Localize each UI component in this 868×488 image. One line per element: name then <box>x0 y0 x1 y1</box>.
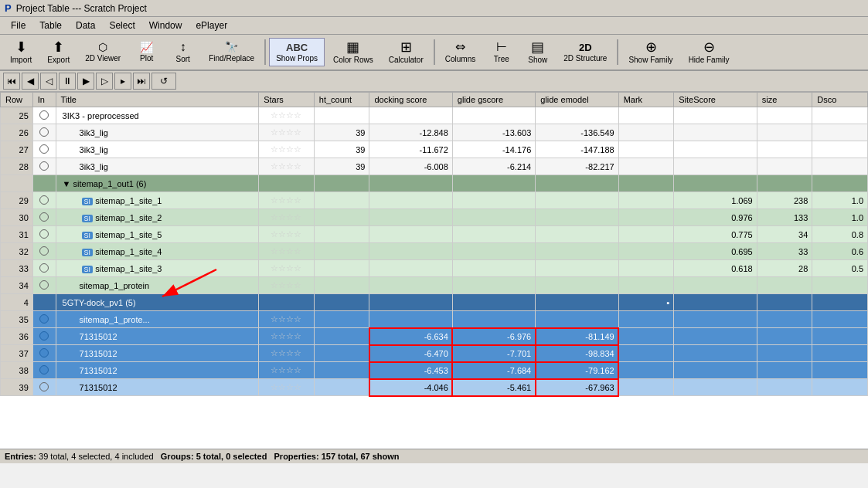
table-row[interactable]: 30SI sitemap_1_site_2☆☆☆☆0.9761331.0 <box>1 209 868 226</box>
tree-button[interactable]: ⊢ Tree <box>484 38 519 66</box>
cell-in[interactable] <box>32 243 56 260</box>
cell-in[interactable] <box>32 192 56 209</box>
columns-button[interactable]: ⇔ Columns <box>438 38 482 66</box>
inclusion-circle[interactable] <box>39 280 49 290</box>
nav-first-button[interactable]: ⏮ <box>3 73 20 90</box>
table-row[interactable]: 34sitemap_1_protein☆☆☆☆ <box>1 277 868 294</box>
table-row[interactable]: 253IK3 - preprocessed☆☆☆☆ <box>1 107 868 124</box>
inclusion-circle[interactable] <box>39 382 49 391</box>
table-row[interactable]: 32SI sitemap_1_site_4☆☆☆☆0.695330.6 <box>1 243 868 260</box>
menu-table[interactable]: Table <box>33 19 68 32</box>
menu-data[interactable]: Data <box>70 19 101 32</box>
cell-stars[interactable]: ☆☆☆☆ <box>259 243 315 260</box>
export-button[interactable]: ⬆ Export <box>40 38 77 66</box>
cell-in[interactable] <box>32 107 56 124</box>
2d-viewer-button[interactable]: ⬡ 2D Viewer <box>78 38 128 66</box>
menu-select[interactable]: Select <box>103 19 141 32</box>
cell-in[interactable] <box>32 294 56 311</box>
cell-stars[interactable]: ☆☆☆☆ <box>259 379 315 396</box>
cell-stars[interactable]: ☆☆☆☆ <box>259 158 315 175</box>
show-props-button[interactable]: ABC Show Props <box>269 38 325 66</box>
cell-stars[interactable]: ☆☆☆☆ <box>259 226 315 243</box>
menu-eplayer[interactable]: ePlayer <box>189 19 233 32</box>
nav-last-button[interactable]: ⏭ <box>133 73 150 90</box>
col-header-mark[interactable]: Mark <box>618 93 674 107</box>
inclusion-circle[interactable] <box>39 246 49 256</box>
nav-refresh-button[interactable]: ↺ <box>151 73 176 90</box>
col-header-stars[interactable]: Stars <box>259 93 315 107</box>
inclusion-circle[interactable] <box>39 144 49 154</box>
table-row[interactable]: 3871315012☆☆☆☆-6.453-7.684-79.162 <box>1 362 868 379</box>
table-row[interactable]: 3771315012☆☆☆☆-6.470-7.701-98.834 <box>1 345 868 362</box>
cell-stars[interactable]: ☆☆☆☆ <box>259 328 315 345</box>
table-row[interactable]: 33SI sitemap_1_site_3☆☆☆☆0.618280.5 <box>1 260 868 277</box>
table-row[interactable]: 263ik3_lig☆☆☆☆39-12.848-13.603-136.549 <box>1 124 868 141</box>
cell-in[interactable] <box>32 379 56 396</box>
inclusion-circle[interactable] <box>39 314 49 324</box>
nav-back-button[interactable]: ◁ <box>40 73 57 90</box>
nav-play-button[interactable]: ▶ <box>77 73 94 90</box>
cell-in[interactable] <box>32 175 56 192</box>
cell-stars[interactable] <box>259 294 315 311</box>
col-header-glide-gscore[interactable]: glide gscore <box>452 93 535 107</box>
inclusion-circle[interactable] <box>39 263 49 273</box>
inclusion-circle[interactable] <box>39 127 49 137</box>
cell-in[interactable] <box>32 209 56 226</box>
inclusion-circle[interactable] <box>39 331 49 341</box>
col-header-docking-score[interactable]: docking score <box>369 93 452 107</box>
cell-in[interactable] <box>32 362 56 379</box>
cell-in[interactable] <box>32 124 56 141</box>
cell-in[interactable] <box>32 328 56 345</box>
nav-next-button[interactable]: ▷ <box>96 73 113 90</box>
col-header-in[interactable]: In <box>32 93 56 107</box>
cell-in[interactable] <box>32 141 56 158</box>
cell-stars[interactable]: ☆☆☆☆ <box>259 311 315 328</box>
cell-stars[interactable] <box>259 175 315 192</box>
find-replace-button[interactable]: 🔭 Find/Replace <box>202 38 261 66</box>
hide-family-button[interactable]: ⊖ Hide Family <box>682 38 737 66</box>
table-row[interactable]: 3971315012☆☆☆☆-4.046-5.461-67.963 <box>1 379 868 396</box>
cell-in[interactable] <box>32 311 56 328</box>
sort-button[interactable]: ↕ Sort <box>165 38 200 66</box>
cell-stars[interactable]: ☆☆☆☆ <box>259 192 315 209</box>
inclusion-circle[interactable] <box>39 161 49 171</box>
menu-window[interactable]: Window <box>143 19 189 32</box>
nav-pause-button[interactable]: ⏸ <box>59 73 76 90</box>
2d-structure-button[interactable]: 2D 2D Structure <box>557 38 614 66</box>
table-row[interactable]: 273ik3_lig☆☆☆☆39-11.672-14.176-147.188 <box>1 141 868 158</box>
menu-file[interactable]: File <box>5 19 32 32</box>
nav-prev-button[interactable]: ◀ <box>22 73 39 90</box>
inclusion-circle[interactable] <box>39 212 49 222</box>
show-button[interactable]: ▤ Show <box>520 38 555 66</box>
inclusion-circle[interactable] <box>39 348 49 358</box>
cell-stars[interactable]: ☆☆☆☆ <box>259 124 315 141</box>
col-header-size[interactable]: size <box>757 93 812 107</box>
color-rows-button[interactable]: ▦ Color Rows <box>326 38 380 66</box>
col-header-title[interactable]: Title <box>56 93 259 107</box>
cell-stars[interactable]: ☆☆☆☆ <box>259 277 315 294</box>
cell-stars[interactable]: ☆☆☆☆ <box>259 141 315 158</box>
table-row[interactable]: 35sitemap_1_prote...☆☆☆☆ <box>1 311 868 328</box>
cell-stars[interactable]: ☆☆☆☆ <box>259 345 315 362</box>
cell-in[interactable] <box>32 226 56 243</box>
cell-in[interactable] <box>32 277 56 294</box>
calculator-button[interactable]: ⊞ Calculator <box>382 38 431 66</box>
import-button[interactable]: ⬇ Import <box>3 38 39 66</box>
col-header-ht-count[interactable]: ht_count <box>314 93 369 107</box>
cell-in[interactable] <box>32 158 56 175</box>
table-row[interactable]: 3671315012☆☆☆☆-6.634-6.976-81.149 <box>1 328 868 345</box>
table-row[interactable]: 45GTY-dock_pv1 (5)▪ <box>1 294 868 311</box>
table-row[interactable]: 283ik3_lig☆☆☆☆39-6.008-6.214-82.217 <box>1 158 868 175</box>
col-header-dsco[interactable]: Dsco <box>812 93 868 107</box>
cell-stars[interactable]: ☆☆☆☆ <box>259 209 315 226</box>
plot-button[interactable]: 📈 Plot <box>129 38 164 66</box>
cell-in[interactable] <box>32 260 56 277</box>
table-row[interactable]: 29SI sitemap_1_site_1☆☆☆☆1.0692381.0 <box>1 192 868 209</box>
table-row[interactable]: 31SI sitemap_1_site_5☆☆☆☆0.775340.8 <box>1 226 868 243</box>
cell-stars[interactable]: ☆☆☆☆ <box>259 362 315 379</box>
inclusion-circle[interactable] <box>39 195 49 205</box>
cell-stars[interactable]: ☆☆☆☆ <box>259 107 315 124</box>
col-header-sitescore[interactable]: SiteScore <box>674 93 757 107</box>
table-container[interactable]: Row In Title Stars ht_count docking scor… <box>0 92 868 449</box>
cell-in[interactable] <box>32 345 56 362</box>
